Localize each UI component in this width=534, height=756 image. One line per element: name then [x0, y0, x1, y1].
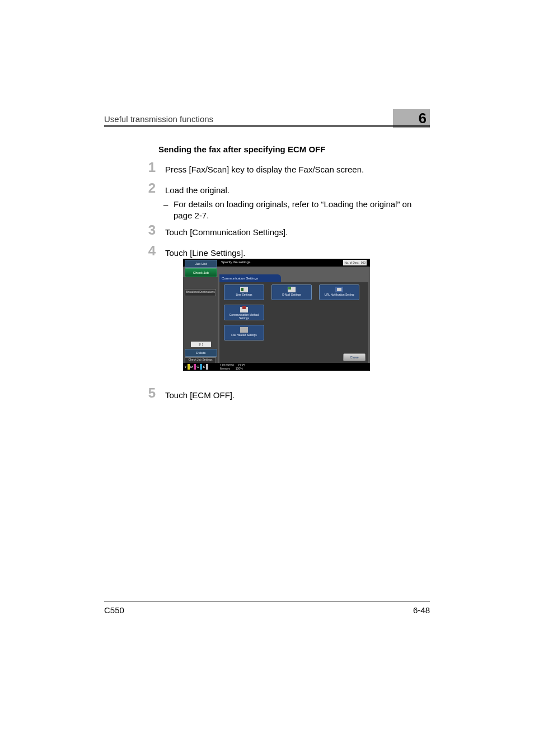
close-button[interactable]: Close: [343, 353, 366, 361]
step-number-5: 5: [142, 385, 156, 401]
email-settings-label: E-Mail Settings: [272, 293, 311, 296]
step-text-1: Press [Fax/Scan] key to display the Fax/…: [165, 164, 422, 175]
header-divider: [104, 125, 430, 127]
toner-k-bar: [206, 364, 208, 370]
line-settings-icon: [240, 287, 248, 292]
fax-header-icon: [240, 327, 248, 333]
dest-counter-value: 000: [361, 261, 366, 264]
line-settings-button[interactable]: Line Settings: [224, 284, 264, 300]
toner-m-label: M: [190, 363, 193, 370]
step-text-5: Touch [ECM OFF].: [165, 390, 422, 401]
toner-y-bar: [188, 364, 190, 370]
communication-method-label: Communication Method Settings: [224, 313, 264, 320]
dest-counter: No. of Dest. 000: [343, 260, 367, 265]
page-counter: 1/ 1: [191, 342, 211, 347]
url-notification-label: URL Notification Setting: [320, 293, 359, 296]
broadcast-destinations-button[interactable]: Broadcast Destinations: [185, 289, 216, 296]
dest-counter-label: No. of Dest.: [344, 261, 359, 264]
job-list-button[interactable]: Job List: [185, 260, 217, 268]
toner-k-label: K: [203, 363, 205, 370]
settings-panel: Communication Settings Line Settings E-M…: [219, 274, 368, 363]
line-settings-label: Line Settings: [224, 293, 264, 296]
check-job-button[interactable]: Check Job: [185, 268, 217, 277]
status-datetime: 11/10/2006 21:25 Memory 100%: [220, 363, 245, 370]
panel-body: Line Settings E-Mail Settings URL Notifi…: [219, 282, 368, 363]
step-number-3: 3: [142, 222, 156, 238]
step-number-2: 2: [142, 180, 156, 196]
toner-m-bar: [194, 364, 196, 370]
delete-button[interactable]: Delete: [185, 349, 217, 357]
communication-method-icon: [240, 307, 248, 312]
status-mem-label: Memory: [220, 367, 230, 370]
url-notification-icon: [335, 287, 343, 292]
footer-model: C550: [104, 605, 124, 615]
step-text-4: Touch [Line Settings].: [165, 248, 422, 259]
fax-header-label: Fax Header Settings: [224, 333, 264, 337]
footer-page-number: 6-48: [413, 605, 430, 615]
step-number-1: 1: [142, 160, 156, 175]
status-mem-value: 100%: [236, 367, 243, 370]
footer-divider: [104, 601, 430, 601]
running-header: Useful transmission functions: [104, 114, 213, 124]
email-settings-icon: [288, 287, 296, 292]
step-number-4: 4: [142, 243, 156, 259]
communication-method-button[interactable]: Communication Method Settings: [224, 305, 264, 320]
step-2-substep-text: For details on loading originals, refer …: [174, 199, 411, 220]
toner-c-label: C: [196, 363, 199, 370]
step-2-substep: –For details on loading originals, refer…: [174, 199, 422, 221]
screen-instruction-text: Specify the settings.: [221, 260, 251, 264]
url-notification-button[interactable]: URL Notification Setting: [319, 284, 359, 300]
embedded-screenshot: Job List Specify the settings. No. of De…: [183, 259, 370, 371]
step-text-3: Touch [Communication Settings].: [165, 227, 422, 238]
step-text-2: Load the original.: [165, 185, 422, 196]
toner-c-bar: [200, 364, 202, 370]
toner-levels: Y M C K: [184, 363, 218, 370]
toner-y-label: Y: [184, 363, 187, 370]
section-heading: Sending the fax after specifying ECM OFF: [158, 144, 325, 154]
fax-header-settings-button[interactable]: Fax Header Settings: [224, 325, 264, 340]
panel-tab-title: Communication Settings: [219, 274, 281, 282]
email-settings-button[interactable]: E-Mail Settings: [271, 284, 312, 300]
